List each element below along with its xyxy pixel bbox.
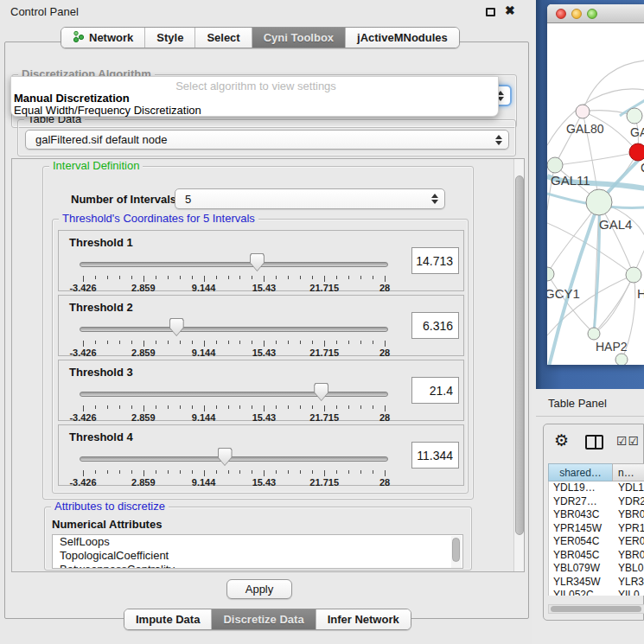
threshold-value-field[interactable] — [411, 442, 459, 469]
slider-thumb[interactable] — [250, 253, 265, 271]
slider-thumb[interactable] — [169, 318, 184, 336]
tick-mark — [131, 341, 132, 344]
cell-name[interactable]: YIL0 — [613, 589, 644, 596]
tick-label: 21.715 — [309, 477, 339, 488]
cell-shared-name[interactable]: YBR045C — [549, 549, 613, 563]
GAL4-node[interactable] — [586, 189, 612, 215]
threshold-value-field[interactable] — [411, 247, 459, 274]
slider-thumb[interactable] — [218, 448, 233, 466]
slider-track[interactable] — [80, 456, 388, 462]
right-node[interactable] — [626, 267, 641, 283]
GCY1-node[interactable] — [547, 267, 554, 281]
tick-mark — [312, 405, 313, 409]
cell-shared-name[interactable]: YDR27… — [549, 495, 613, 509]
cell-name[interactable]: YPR1 — [613, 522, 644, 536]
tab-jactivemnodules[interactable]: jActiveMNodules — [346, 28, 459, 48]
tab-select[interactable]: Select — [195, 28, 252, 48]
apply-button[interactable]: Apply — [226, 579, 292, 599]
threshold-value-field[interactable] — [411, 312, 459, 339]
tab-style[interactable]: Style — [145, 28, 195, 48]
cell-shared-name[interactable]: YBL079W — [549, 562, 613, 576]
tab-label: Discretize Data — [223, 613, 303, 626]
table-data-combobox[interactable]: galFiltered.sif default node — [25, 130, 509, 150]
minimize-traffic-light-icon[interactable] — [571, 9, 582, 19]
popup-option-manual-discretization[interactable]: Manual Discretization — [11, 92, 498, 105]
table-row[interactable]: YBL079WYBL0 — [549, 562, 644, 576]
table-row[interactable]: YLR345WYLR3 — [549, 576, 644, 590]
cell-name[interactable]: YLR3 — [613, 576, 644, 590]
attribute-list-item[interactable]: BetweennessCentrality — [53, 563, 462, 569]
slider-thumb[interactable] — [314, 383, 328, 401]
threshold-value-field[interactable] — [411, 377, 459, 404]
cell-name[interactable]: YBR0 — [613, 549, 644, 563]
bottom-node[interactable] — [615, 354, 628, 365]
tab-impute-data[interactable]: Impute Data — [124, 609, 212, 629]
tick-mark — [107, 341, 108, 344]
GAL80-node[interactable] — [576, 105, 590, 118]
tick-mark — [204, 470, 205, 476]
attribute-list-item[interactable]: TopologicalCoefficient — [53, 549, 462, 563]
tab-discretize-data[interactable]: Discretize Data — [212, 609, 316, 629]
network-edge[interactable] — [555, 112, 583, 165]
top-right-node[interactable] — [627, 108, 642, 124]
scrollbar-thumb[interactable] — [551, 606, 641, 612]
horizontal-scrollbar[interactable] — [548, 604, 644, 614]
table-row[interactable]: YIL052CYIL0 — [549, 589, 644, 596]
tab-network[interactable]: Network — [61, 28, 145, 48]
cell-name[interactable]: YDL1 — [613, 481, 644, 495]
numerical-attributes-list[interactable]: SelfLoopsTopologicalCoefficientBetweenne… — [52, 534, 463, 569]
network-window-titlebar[interactable] — [547, 4, 644, 23]
cell-name[interactable]: YER0 — [613, 535, 644, 549]
slider-track[interactable] — [80, 327, 388, 332]
table-row[interactable]: YDR27…YDR2 — [549, 495, 644, 509]
network-edge[interactable] — [555, 152, 638, 165]
cell-shared-name[interactable]: YLR345W — [549, 576, 613, 590]
network-edge-thick[interactable] — [549, 202, 599, 365]
thresholds-stack: Threshold 1 -3.4262.8599.14415.4321.7152… — [58, 230, 464, 489]
HAP2-node[interactable] — [588, 328, 600, 340]
cell-name[interactable]: YDR2 — [613, 495, 644, 509]
cell-shared-name[interactable]: YBR043C — [549, 508, 613, 522]
table-row[interactable]: YPR145WYPR1 — [549, 522, 644, 536]
cell-shared-name[interactable]: YIL052C — [549, 589, 613, 596]
tick-mark — [288, 341, 289, 344]
list-scrollbar[interactable] — [451, 536, 462, 569]
attribute-list-item[interactable]: SelfLoops — [53, 535, 462, 549]
network-canvas[interactable]: GAL80GACGAL11GAL4GCY1HHAP2 — [547, 24, 644, 365]
close-icon[interactable]: ✖ — [505, 3, 515, 17]
number-of-intervals-combobox[interactable]: 5 — [175, 188, 445, 209]
table-row[interactable]: YDL19…YDL1 — [549, 481, 644, 495]
columns-icon[interactable] — [585, 435, 603, 450]
vertical-scrollbar[interactable] — [513, 159, 525, 571]
combo-stepper-icon — [431, 194, 438, 204]
tab-cyni-toolbox[interactable]: Cyni Toolbox — [252, 28, 346, 48]
checkbox-icons[interactable]: ☑☑ — [616, 434, 640, 448]
tab-label: jActiveMNodules — [357, 31, 448, 44]
tick-mark — [107, 276, 108, 279]
slider-track[interactable] — [80, 392, 388, 397]
close-traffic-light-icon[interactable] — [556, 9, 566, 19]
zoom-traffic-light-icon[interactable] — [587, 9, 597, 19]
cell-name[interactable]: YBR0 — [613, 508, 644, 522]
network-edge[interactable] — [583, 61, 644, 112]
tab-infer-network[interactable]: Infer Network — [316, 609, 411, 629]
float-window-icon[interactable] — [486, 8, 495, 16]
table-row[interactable]: YBR043CYBR0 — [549, 508, 644, 522]
slider-track[interactable] — [80, 262, 388, 267]
gear-icon[interactable]: ⚙ — [554, 432, 569, 450]
table-row[interactable]: YBR045CYBR0 — [549, 549, 644, 563]
cell-shared-name[interactable]: YER054C — [549, 535, 613, 549]
tick-label: -3.426 — [69, 283, 96, 293]
cell-name[interactable]: YBL0 — [613, 562, 644, 576]
cell-shared-name[interactable]: YPR145W — [549, 522, 613, 536]
column-header-shared-name[interactable]: shared… — [548, 463, 612, 481]
tick-mark — [264, 470, 265, 476]
popup-placeholder-item[interactable]: Select algorithm to view settings — [11, 80, 498, 92]
cell-shared-name[interactable]: YDL19… — [549, 481, 613, 495]
table-row[interactable]: YER054CYER0 — [549, 535, 644, 549]
column-header-name[interactable]: n… — [612, 463, 644, 481]
scrollbar-thumb[interactable] — [515, 175, 524, 535]
popup-option-equal-width-frequency[interactable]: Equal Width/Frequency Discretization — [11, 104, 498, 117]
GAL11-node[interactable] — [547, 157, 563, 173]
red-node[interactable] — [629, 143, 644, 161]
